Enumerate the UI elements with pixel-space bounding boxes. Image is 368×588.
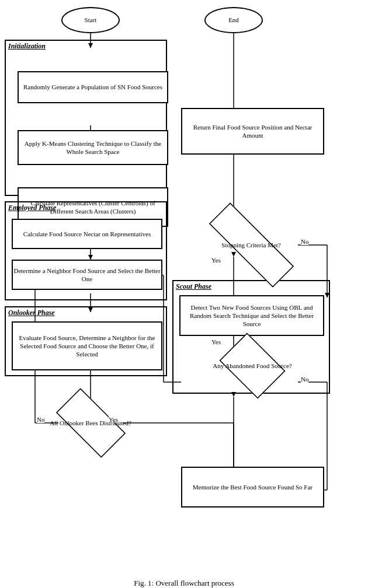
no-label-2: No bbox=[301, 376, 308, 383]
employed-phase-label: Employed Phase bbox=[8, 204, 56, 212]
yes-label-1: Yes bbox=[211, 257, 221, 264]
init-phase-box: Initialization Randomly Generate a Popul… bbox=[5, 40, 167, 196]
box5: Determine a Neighbor Food Source and Sel… bbox=[12, 260, 162, 290]
diamond1: Stopping Criteria Met? bbox=[172, 228, 330, 262]
employed-phase-box: Employed Phase Calculate Food Source Nec… bbox=[5, 201, 167, 300]
box6: Evaluate Food Source, Determine a Neighb… bbox=[12, 321, 162, 370]
onlooker-phase-box: Onlooker Phase Evaluate Food Source, Det… bbox=[5, 306, 167, 376]
box8: Detect Two New Food Sources Using OBL an… bbox=[179, 295, 324, 336]
box2: Apply K-Means Clustering Technique to Cl… bbox=[18, 130, 168, 165]
diamond2: Any Abandoned Food Source? bbox=[206, 342, 299, 389]
box7: Return Final Food Source Position and Ne… bbox=[181, 108, 324, 155]
onlooker-phase-label: Onlooker Phase bbox=[8, 309, 55, 317]
flowchart: Start End Initialization Randomly Genera… bbox=[0, 0, 368, 572]
figure-caption: Fig. 1: Overall flowchart process bbox=[0, 576, 368, 588]
init-phase-label: Initialization bbox=[8, 42, 46, 51]
start-node: Start bbox=[61, 7, 120, 33]
no-label-3: No bbox=[37, 416, 44, 423]
end-node: End bbox=[204, 7, 263, 33]
box9: Memorize the Best Food Source Found So F… bbox=[181, 467, 324, 508]
scout-phase-label: Scout Phase bbox=[176, 282, 211, 291]
diamond3: All Onlooker Bees Distributed? bbox=[35, 402, 146, 443]
box1: Randomly Generate a Population of SN Foo… bbox=[18, 71, 168, 103]
box4: Calculate Food Source Nectar on Represen… bbox=[12, 219, 162, 249]
yes-label-2: Yes bbox=[211, 338, 221, 345]
no-label-1: No bbox=[301, 238, 308, 245]
